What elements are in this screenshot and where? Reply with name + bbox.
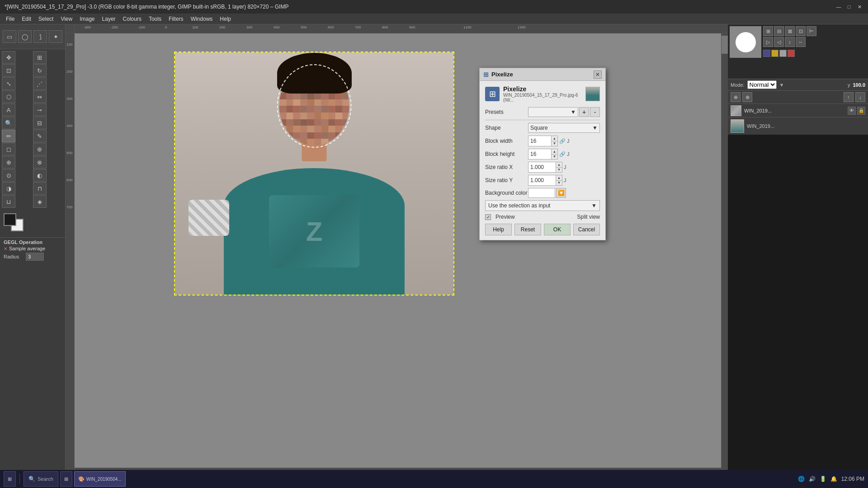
tool-paintbrush[interactable]: ✏ <box>2 130 15 142</box>
mode-dropdown[interactable]: Normal <box>747 80 777 89</box>
tool-perspective[interactable]: ⬡ <box>2 90 15 103</box>
tool-eraser[interactable]: ◻ <box>2 143 15 155</box>
use-selection-dropdown[interactable]: Use the selection as input ▼ <box>485 200 600 211</box>
battery-icon[interactable]: 🔋 <box>820 475 827 483</box>
tool-colorpick[interactable]: ⊸ <box>33 103 47 116</box>
size-ratio-y-up[interactable]: ▲ <box>556 175 562 180</box>
tool-gradient[interactable]: ◈ <box>33 195 47 208</box>
rp-tool-btn-1[interactable]: ⊞ <box>763 26 773 36</box>
rp-tool-btn-8[interactable]: ↕ <box>785 37 795 47</box>
tool-move[interactable]: ✥ <box>2 51 15 64</box>
bg-color-swatch[interactable] <box>528 188 555 198</box>
size-ratio-y-down[interactable]: ▼ <box>556 180 562 186</box>
swatch-gray[interactable] <box>779 50 787 57</box>
menu-windows[interactable]: Windows <box>187 15 217 23</box>
tool-zoom[interactable]: 🔍 <box>2 117 15 129</box>
gegl-close[interactable]: ✕ <box>4 246 7 251</box>
menu-select[interactable]: Select <box>35 15 57 23</box>
menu-tools[interactable]: Tools <box>145 15 165 23</box>
minimize-button[interactable]: — <box>835 3 843 11</box>
tool-airbrush[interactable]: ⊛ <box>33 143 47 155</box>
rp-tool-btn-4[interactable]: ⊡ <box>796 26 806 36</box>
scrollbar-thumb[interactable] <box>722 36 728 54</box>
sound-icon[interactable]: 🔊 <box>809 475 816 483</box>
menu-edit[interactable]: Edit <box>18 15 35 23</box>
presets-remove-button[interactable]: - <box>590 107 600 117</box>
edit-btn-2[interactable]: ⊗ <box>742 92 752 102</box>
edit-btn-move-down[interactable]: ↓ <box>855 92 865 102</box>
tool-measure[interactable]: ⊟ <box>33 117 47 129</box>
presets-add-button[interactable]: + <box>579 107 589 117</box>
maximize-button[interactable]: □ <box>845 3 853 11</box>
rp-tool-btn-9[interactable]: ↔ <box>796 37 806 47</box>
tool-blur[interactable]: ◐ <box>33 169 47 182</box>
tool-clone[interactable]: ⊙ <box>2 169 15 182</box>
tool-smudge[interactable]: ⊓ <box>33 182 47 195</box>
foreground-color[interactable] <box>4 213 16 226</box>
tool-dodge-burn[interactable]: ◑ <box>2 182 15 195</box>
rp-tool-btn-6[interactable]: ▷ <box>763 37 773 47</box>
layer-icon-btn-1[interactable]: 👁 <box>848 107 856 115</box>
reset-button[interactable]: Reset <box>514 224 541 235</box>
radius-spin[interactable]: 3 <box>26 253 44 261</box>
block-width-up[interactable]: ▲ <box>552 136 557 141</box>
taskbar-gimp[interactable]: 🎨 WIN_20190504... <box>74 471 126 487</box>
tool-flip[interactable]: ⇔ <box>33 90 47 103</box>
size-ratio-x-down[interactable]: ▼ <box>556 167 562 173</box>
tool-rotate[interactable]: ↻ <box>33 64 47 77</box>
tool-fuzzy-select[interactable]: ✦ <box>49 30 62 43</box>
vertical-scrollbar[interactable] <box>721 33 728 474</box>
rp-tool-btn-5[interactable]: ⊢ <box>807 26 816 36</box>
size-ratio-y-input[interactable]: 1.000 ▲ ▼ <box>528 175 562 186</box>
network-icon[interactable]: 🌐 <box>798 475 805 483</box>
rp-tool-btn-3[interactable]: ⊠ <box>785 26 795 36</box>
block-height-up[interactable]: ▲ <box>552 149 557 154</box>
menu-colours[interactable]: Colours <box>119 15 145 23</box>
tool-select-ellipse[interactable]: ◯ <box>18 30 32 43</box>
tool-scale[interactable]: ⤡ <box>2 77 15 90</box>
presets-dropdown[interactable]: ▼ <box>528 107 578 117</box>
tool-bucket-fill[interactable]: ⊔ <box>2 195 15 208</box>
tool-align[interactable]: ⊞ <box>33 51 47 64</box>
tool-text[interactable]: A <box>2 103 15 116</box>
edit-btn-move-up[interactable]: ↑ <box>844 92 854 102</box>
cancel-button[interactable]: Cancel <box>573 224 600 235</box>
rp-tool-btn-7[interactable]: ◁ <box>774 37 784 47</box>
menu-filters[interactable]: Filters <box>165 15 187 23</box>
menu-view[interactable]: View <box>57 15 76 23</box>
tool-shear[interactable]: ⋰ <box>33 77 47 90</box>
tool-heal[interactable]: ⊗ <box>33 156 47 169</box>
swatch-yellow[interactable] <box>771 50 778 57</box>
help-button[interactable]: Help <box>485 224 512 235</box>
menu-layer[interactable]: Layer <box>99 15 119 23</box>
edit-btn-1[interactable]: ⊕ <box>731 92 741 102</box>
canvas-area[interactable]: -300 -200 -100 0 100 200 300 400 500 600… <box>66 24 728 474</box>
start-button[interactable]: ⊞ <box>4 471 16 487</box>
block-width-down[interactable]: ▼ <box>552 141 557 146</box>
rp-tool-btn-2[interactable]: ⊟ <box>774 26 784 36</box>
swatch-blue[interactable] <box>763 50 770 57</box>
image-container[interactable]: Z <box>174 52 454 296</box>
eyedropper-button[interactable]: 🔽 <box>556 188 566 198</box>
close-button[interactable]: ✕ <box>855 3 863 11</box>
size-ratio-x-input[interactable]: 1.000 ▲ ▼ <box>528 162 562 173</box>
layer-icon-btn-2[interactable]: 🔒 <box>857 107 865 115</box>
block-height-down[interactable]: ▼ <box>552 154 557 160</box>
menu-image[interactable]: Image <box>76 15 98 23</box>
ok-button[interactable]: OK <box>544 224 571 235</box>
block-width-input[interactable]: 16 ▲ ▼ <box>528 136 558 146</box>
block-height-input[interactable]: 16 ▲ ▼ <box>528 149 558 160</box>
tool-ink[interactable]: ⊕ <box>2 156 15 169</box>
tool-pencil[interactable]: ✎ <box>33 130 47 142</box>
tool-select-rect[interactable]: ▭ <box>3 30 16 43</box>
preview-checkbox[interactable]: ✓ <box>485 214 491 220</box>
dialog-close-button[interactable]: ✕ <box>594 70 602 79</box>
size-ratio-x-up[interactable]: ▲ <box>556 162 562 167</box>
menu-help[interactable]: Help <box>216 15 235 23</box>
menu-file[interactable]: File <box>2 15 18 23</box>
shape-dropdown[interactable]: Square ▼ <box>528 123 600 133</box>
notification-icon[interactable]: 🔔 <box>830 475 838 483</box>
swatch-red[interactable] <box>788 50 795 57</box>
tool-crop[interactable]: ⊡ <box>2 64 15 77</box>
tool-select-free[interactable]: ⟆ <box>33 30 47 43</box>
